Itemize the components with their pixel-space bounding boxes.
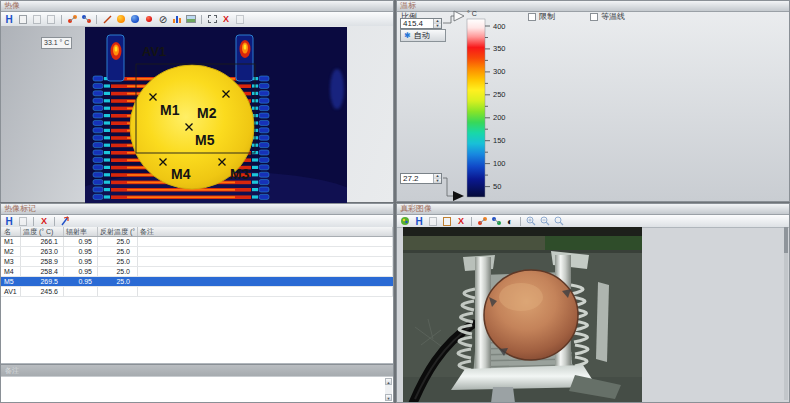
markers-panel-title: 热像标记	[1, 204, 393, 215]
thermal-panel-title: 热像	[1, 1, 393, 12]
nodes-red-icon[interactable]	[476, 216, 488, 227]
copy-icon[interactable]	[427, 216, 439, 227]
scale-max-input[interactable]: 415.4 ▲▼	[400, 18, 442, 29]
marker-label-m4[interactable]: M4	[171, 166, 191, 182]
app-window: 热像 H ⊘ X	[0, 0, 790, 403]
rect-select-icon[interactable]	[206, 14, 218, 25]
table-row[interactable]: M4258.4 0.9525.0	[1, 267, 393, 277]
auto-button-label: 自动	[414, 30, 430, 41]
isotherm-checkbox-box[interactable]	[590, 13, 598, 21]
unit-label: ° C	[467, 10, 477, 17]
cursor-temp-label: 33.1 ° C	[41, 37, 72, 49]
image-icon[interactable]	[185, 14, 197, 25]
nodes-red-icon[interactable]	[66, 14, 78, 25]
thermal-toolbar: H ⊘ X	[1, 12, 393, 27]
contrast-icon[interactable]: ◐	[504, 216, 516, 227]
tick-200: 200	[493, 113, 506, 122]
thermal-image[interactable]: AV1 M1 M2 M5 M4 M3	[85, 27, 347, 203]
colorbar[interactable]	[467, 19, 485, 197]
scale-min-input[interactable]: 27.2 ▲▼	[400, 173, 442, 184]
delete-icon[interactable]: X	[38, 216, 50, 227]
marker-label-m3[interactable]: M3	[230, 166, 250, 182]
spot-blue-icon[interactable]	[129, 14, 141, 25]
max-spin-down-icon[interactable]: ▼	[434, 24, 441, 29]
isotherm-checkbox[interactable]: 等温线	[590, 11, 625, 22]
delete-icon[interactable]: X	[455, 216, 467, 227]
zoom-in-icon[interactable]	[525, 216, 537, 227]
tick-50: 50	[493, 182, 501, 191]
palette-icon[interactable]	[399, 216, 411, 227]
markers-table: 名 温度 (° C) 辐射率 反射温度 (° 备注 M1266.1 0.9525…	[1, 227, 393, 364]
tick-150: 150	[493, 136, 506, 145]
markers-table-panel: 热像标记 H X 名 温度 (° C) 辐射率 反射温度 (° 备注 M1266…	[0, 203, 394, 403]
marker-label-m1[interactable]: M1	[160, 102, 180, 118]
table-row[interactable]: M2263.0 0.9525.0	[1, 247, 393, 257]
photo-panel-title: 真彩图像	[397, 204, 789, 215]
tick-100: 100	[493, 159, 506, 168]
spot-red-icon[interactable]	[143, 14, 155, 25]
marker-label-m2[interactable]: M2	[197, 105, 217, 121]
scale-panel: 温标 比例 415.4 ▲▼ ✱ 自动 ° C 限制 等温线 27.2 ▲▼	[396, 0, 790, 202]
copy-icon[interactable]	[17, 14, 29, 25]
min-spin-down-icon[interactable]: ▼	[434, 179, 441, 184]
table-header[interactable]: 名 温度 (° C) 辐射率 反射温度 (° 备注	[1, 227, 393, 237]
marker-label-m5[interactable]: M5	[195, 132, 215, 148]
thermal-panel: 热像 H ⊘ X	[0, 0, 394, 202]
zoom-fit-icon[interactable]	[553, 216, 565, 227]
table-row[interactable]: M1266.1 0.9525.0	[1, 237, 393, 247]
spot-orange-icon[interactable]	[115, 14, 127, 25]
photo-scrollbar[interactable]	[784, 227, 788, 400]
histogram-icon[interactable]	[171, 14, 183, 25]
tick-300: 300	[493, 67, 506, 76]
copy-icon[interactable]	[17, 216, 29, 227]
tick-350: 350	[493, 44, 506, 53]
visible-light-photo[interactable]	[403, 227, 642, 402]
limit-checkbox-label: 限制	[539, 11, 555, 22]
nodes-blue-icon[interactable]	[80, 14, 92, 25]
delete-icon[interactable]: X	[220, 14, 232, 25]
auto-icon: ✱	[404, 31, 411, 40]
no-marker-icon[interactable]: ⊘	[157, 14, 169, 25]
colorbar-graphic: 400 350 300 250 200 150 100 50	[397, 1, 790, 203]
max-pointer[interactable]	[454, 11, 464, 21]
remark-scrollbar[interactable]: ▲ ▼	[385, 378, 392, 401]
photo-panel: 真彩图像 H X ◐	[396, 203, 790, 403]
note-icon[interactable]	[234, 14, 246, 25]
save-icon[interactable]: H	[3, 216, 15, 227]
min-pointer[interactable]	[453, 191, 464, 201]
print-icon[interactable]	[45, 14, 57, 25]
limit-checkbox-box[interactable]	[528, 13, 536, 21]
scale-min-value: 27.2	[401, 174, 433, 183]
table-row-selected[interactable]: M5269.5 0.9525.0	[1, 277, 393, 287]
tick-250: 250	[493, 90, 506, 99]
cut-icon[interactable]	[31, 14, 43, 25]
save-icon[interactable]: H	[413, 216, 425, 227]
remark-area[interactable]: ▲ ▼	[1, 376, 393, 402]
table-row[interactable]: AV1245.6	[1, 287, 393, 297]
scale-max-value: 415.4	[401, 19, 433, 28]
paste-icon[interactable]	[441, 216, 453, 227]
table-row[interactable]: M3258.9 0.9525.0	[1, 257, 393, 267]
scroll-up-icon[interactable]: ▲	[385, 378, 392, 385]
save-icon[interactable]: H	[3, 14, 15, 25]
tick-400: 400	[493, 22, 506, 31]
pointer-icon[interactable]	[59, 216, 71, 227]
remark-header: 备注	[1, 364, 393, 376]
thermal-canvas-area: AV1 M1 M2 M5 M4 M3 33.1 ° C	[1, 26, 393, 202]
limit-checkbox[interactable]: 限制	[528, 11, 555, 22]
isotherm-checkbox-label: 等温线	[601, 11, 625, 22]
zoom-out-icon[interactable]	[539, 216, 551, 227]
nodes-blue-icon[interactable]	[490, 216, 502, 227]
scroll-down-icon[interactable]: ▼	[385, 394, 392, 401]
line-marker-icon[interactable]	[101, 14, 113, 25]
area-label[interactable]: AV1	[142, 44, 166, 59]
auto-button[interactable]: ✱ 自动	[400, 29, 446, 42]
